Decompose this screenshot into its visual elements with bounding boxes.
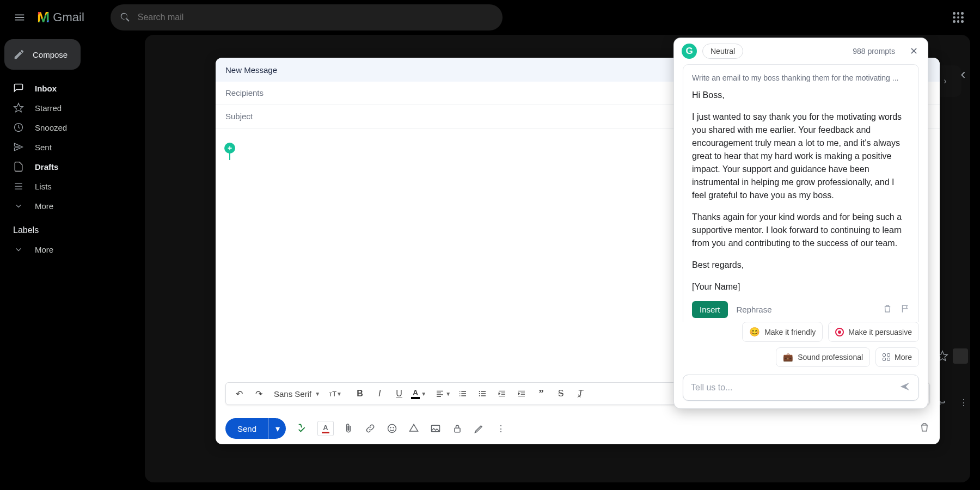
smile-icon: 😊 — [749, 327, 760, 337]
generated-text: Hi Boss, I just wanted to say thank you … — [692, 89, 910, 293]
grammarly-result-card: Write an email to my boss thanking them … — [683, 64, 919, 322]
sidebar-item-lists[interactable]: Lists — [0, 176, 139, 196]
compose-footer: Send ▾ A ⋮ — [216, 413, 940, 444]
suggestion-friendly[interactable]: 😊Make it friendly — [742, 322, 823, 342]
gmail-m-icon: M — [37, 9, 50, 26]
gmail-logo[interactable]: M Gmail — [37, 9, 84, 26]
svg-point-3 — [479, 395, 480, 396]
more-icon[interactable]: ⋮ — [959, 397, 968, 408]
svg-point-2 — [479, 393, 480, 394]
close-panel-button[interactable]: ✕ — [907, 45, 920, 57]
trash-icon — [919, 422, 930, 433]
indent-more-button[interactable] — [513, 385, 530, 402]
mail-row-actions — [936, 348, 968, 364]
compose-button[interactable]: Compose — [4, 39, 81, 70]
more-options-icon[interactable]: ⋮ — [494, 421, 508, 436]
sidebar-item-drafts[interactable]: Drafts — [0, 157, 139, 176]
labels-more[interactable]: More — [0, 240, 139, 259]
italic-button[interactable]: I — [371, 385, 388, 402]
indent-less-button[interactable] — [493, 385, 511, 402]
flag-result-button[interactable] — [900, 304, 910, 316]
link-icon[interactable] — [363, 421, 377, 436]
grammarly-logo-icon: G — [682, 44, 697, 59]
insert-button[interactable]: Insert — [692, 301, 728, 318]
grammarly-plus-icon[interactable]: + — [224, 143, 235, 154]
svg-point-5 — [390, 427, 391, 428]
align-button[interactable]: ▼ — [434, 385, 452, 402]
delete-result-button[interactable] — [883, 304, 892, 316]
undo-button[interactable]: ↶ — [230, 385, 248, 402]
drive-icon[interactable] — [407, 421, 421, 436]
search-bar[interactable] — [111, 4, 503, 30]
star-icon — [13, 102, 24, 113]
text-color-button[interactable]: A▼ — [410, 385, 427, 402]
attach-icon[interactable] — [341, 421, 356, 436]
strikethrough-button[interactable]: S — [552, 385, 569, 402]
google-apps-button[interactable] — [945, 4, 971, 30]
sidebar-item-starred[interactable]: Starred — [0, 98, 139, 118]
compose-label: Compose — [33, 50, 68, 59]
sidebar-item-sent[interactable]: Sent — [0, 137, 139, 157]
redo-button[interactable]: ↷ — [250, 385, 267, 402]
chevron-down-icon — [13, 244, 24, 255]
svg-point-6 — [393, 427, 394, 428]
svg-rect-8 — [455, 428, 460, 432]
suggestion-professional[interactable]: 💼Sound professional — [776, 347, 870, 367]
lock-icon[interactable] — [450, 421, 464, 436]
file-icon — [13, 161, 24, 172]
inbox-icon — [13, 83, 24, 94]
sidebar: Compose Inbox Starred Snoozed Sent Draft… — [0, 35, 139, 490]
grammarly-input-wrap[interactable] — [683, 375, 919, 401]
clear-format-button[interactable]: T✕ — [572, 385, 589, 402]
emoji-icon[interactable] — [385, 421, 399, 436]
send-button-group: Send ▾ — [225, 418, 286, 439]
send-options-button[interactable]: ▾ — [268, 418, 286, 439]
apps-grid-icon — [953, 12, 964, 23]
underline-button[interactable]: U — [390, 385, 408, 402]
labels-header: Labels — [0, 216, 139, 240]
search-icon — [119, 11, 131, 23]
submit-prompt-button[interactable] — [899, 381, 911, 395]
grammarly-stem — [229, 152, 230, 160]
quote-button[interactable]: ” — [532, 385, 550, 402]
suggestion-persuasive[interactable]: Make it persuasive — [828, 322, 919, 342]
sidebar-item-snoozed[interactable]: Snoozed — [0, 118, 139, 137]
svg-point-1 — [479, 391, 480, 392]
clock-icon — [13, 122, 24, 133]
grammarly-panel: G Neutral 988 prompts ✕ Write an email t… — [674, 38, 928, 408]
bold-button[interactable]: B — [351, 385, 369, 402]
font-selector[interactable]: Sans Serif▼ — [270, 389, 324, 399]
tone-selector[interactable]: Neutral — [702, 44, 743, 59]
font-size-button[interactable]: тT ▼ — [327, 385, 344, 402]
prompts-remaining: 988 prompts — [853, 47, 895, 56]
discard-draft-button[interactable] — [919, 422, 930, 435]
search-input[interactable] — [138, 13, 494, 22]
prompt-preview: Write an email to my boss thanking them … — [692, 74, 910, 82]
sidebar-item-more[interactable]: More — [0, 196, 139, 216]
text-format-icon[interactable]: A — [317, 421, 334, 436]
pen-icon[interactable] — [472, 421, 486, 436]
svg-point-4 — [388, 425, 396, 433]
briefcase-icon: 💼 — [783, 352, 793, 362]
main-menu-button[interactable] — [7, 4, 33, 30]
placeholder-icon — [953, 348, 968, 364]
hamburger-icon — [14, 11, 26, 23]
spellcheck-icon[interactable] — [296, 421, 310, 436]
grid-icon — [883, 353, 890, 361]
list-icon — [13, 181, 24, 192]
grammarly-input[interactable] — [691, 383, 893, 393]
suggestion-more[interactable]: More — [875, 347, 919, 367]
target-icon — [835, 328, 844, 336]
send-icon — [13, 142, 24, 152]
pencil-icon — [13, 48, 25, 60]
image-icon[interactable] — [428, 421, 443, 436]
rephrase-button[interactable]: Rephrase — [737, 305, 772, 314]
sidebar-item-inbox[interactable]: Inbox — [0, 78, 139, 98]
bullet-list-button[interactable] — [474, 385, 491, 402]
numbered-list-button[interactable] — [454, 385, 471, 402]
gmail-text: Gmail — [53, 10, 84, 24]
send-button[interactable]: Send — [225, 418, 268, 439]
chevron-down-icon — [13, 200, 24, 211]
